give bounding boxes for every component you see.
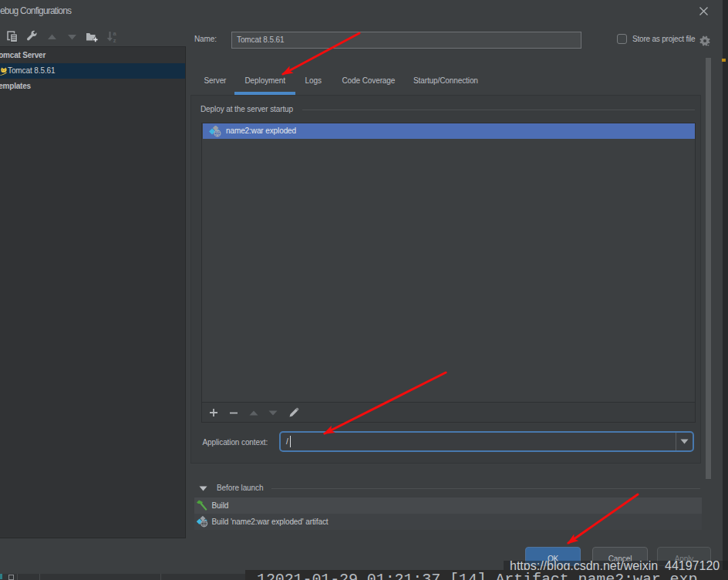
svg-text:z: z: [113, 37, 116, 42]
